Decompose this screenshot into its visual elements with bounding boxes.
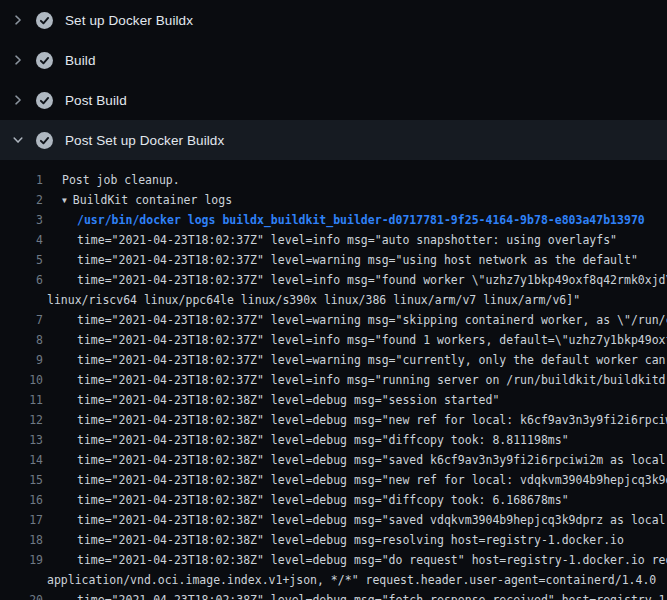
log-line: 6 time="2021-04-23T18:02:37Z" level=info… bbox=[0, 270, 667, 290]
log-line: application/vnd.oci.image.index.v1+json,… bbox=[0, 570, 667, 590]
log-line: 4 time="2021-04-23T18:02:37Z" level=info… bbox=[0, 230, 667, 250]
log-line-text: Post job cleanup. bbox=[62, 170, 180, 190]
log-line: 10 time="2021-04-23T18:02:37Z" level=inf… bbox=[0, 370, 667, 390]
log-group-toggle[interactable]: ▼BuildKit container logs bbox=[62, 190, 232, 210]
log-line: 15 time="2021-04-23T18:02:38Z" level=deb… bbox=[0, 470, 667, 490]
log-line-number[interactable]: 12 bbox=[0, 410, 43, 430]
log-line-text: time="2021-04-23T18:02:37Z" level=info m… bbox=[77, 230, 617, 250]
log-line-text: /usr/bin/docker logs buildx_buildkit_bui… bbox=[77, 210, 645, 230]
log-line-number[interactable]: 3 bbox=[0, 210, 43, 230]
log-line-text: time="2021-04-23T18:02:38Z" level=debug … bbox=[77, 390, 499, 410]
log-line-text: time="2021-04-23T18:02:38Z" level=debug … bbox=[77, 410, 667, 430]
log-line-number[interactable]: 14 bbox=[0, 450, 43, 470]
log-line-number[interactable]: 17 bbox=[0, 510, 43, 530]
log-line: 19 time="2021-04-23T18:02:38Z" level=deb… bbox=[0, 550, 667, 570]
log-line-number[interactable]: 19 bbox=[0, 550, 43, 570]
step-header[interactable]: Set up Docker Buildx bbox=[0, 0, 667, 40]
log-line-text: time="2021-04-23T18:02:37Z" level=info m… bbox=[77, 270, 667, 290]
check-circle-icon bbox=[36, 52, 53, 69]
log-line-number[interactable]: 6 bbox=[0, 270, 43, 290]
log-line-number[interactable]: 20 bbox=[0, 590, 43, 600]
log-line: 1 Post job cleanup. bbox=[0, 170, 667, 190]
log-viewer: 1 Post job cleanup. 2 ▼BuildKit containe… bbox=[0, 160, 667, 600]
log-line-number[interactable]: 11 bbox=[0, 390, 43, 410]
check-circle-icon bbox=[36, 12, 53, 29]
log-line: 9 time="2021-04-23T18:02:37Z" level=warn… bbox=[0, 350, 667, 370]
log-line: 18 time="2021-04-23T18:02:38Z" level=deb… bbox=[0, 530, 667, 550]
log-line: 8 time="2021-04-23T18:02:37Z" level=info… bbox=[0, 330, 667, 350]
log-line: 20 time="2021-04-23T18:02:38Z" level=deb… bbox=[0, 590, 667, 600]
log-line-number[interactable]: 18 bbox=[0, 530, 43, 550]
log-line: 16 time="2021-04-23T18:02:38Z" level=deb… bbox=[0, 490, 667, 510]
log-line-number[interactable]: 15 bbox=[0, 470, 43, 490]
check-circle-icon bbox=[36, 92, 53, 109]
log-line: 13 time="2021-04-23T18:02:38Z" level=deb… bbox=[0, 430, 667, 450]
log-line-text: time="2021-04-23T18:02:38Z" level=debug … bbox=[77, 450, 667, 470]
log-line-text: time="2021-04-23T18:02:37Z" level=warnin… bbox=[77, 250, 638, 270]
log-line-text: linux/riscv64 linux/ppc64le linux/s390x … bbox=[47, 290, 580, 310]
log-line-text: time="2021-04-23T18:02:38Z" level=debug … bbox=[77, 530, 624, 550]
step-header[interactable]: Post Build bbox=[0, 80, 667, 120]
log-line-number[interactable]: 5 bbox=[0, 250, 43, 270]
chevron-right-icon bbox=[10, 12, 26, 28]
log-line-text: time="2021-04-23T18:02:38Z" level=debug … bbox=[77, 430, 569, 450]
log-line: 14 time="2021-04-23T18:02:38Z" level=deb… bbox=[0, 450, 667, 470]
log-line: linux/riscv64 linux/ppc64le linux/s390x … bbox=[0, 290, 667, 310]
step-label: Set up Docker Buildx bbox=[65, 13, 193, 28]
log-line-text: time="2021-04-23T18:02:37Z" level=info m… bbox=[77, 370, 667, 390]
log-line-text: time="2021-04-23T18:02:38Z" level=debug … bbox=[77, 590, 667, 600]
log-line: 12 time="2021-04-23T18:02:38Z" level=deb… bbox=[0, 410, 667, 430]
log-line-number[interactable]: 9 bbox=[0, 350, 43, 370]
log-line-text: application/vnd.oci.image.index.v1+json,… bbox=[47, 570, 656, 590]
log-line-number[interactable]: 1 bbox=[0, 170, 43, 190]
step-header[interactable]: Build bbox=[0, 40, 667, 80]
log-line-text: time="2021-04-23T18:02:38Z" level=debug … bbox=[77, 510, 667, 530]
log-line-text: time="2021-04-23T18:02:37Z" level=warnin… bbox=[77, 310, 667, 330]
step-label: Post Set up Docker Buildx bbox=[65, 133, 224, 148]
log-line-number[interactable]: 10 bbox=[0, 370, 43, 390]
log-line-number[interactable]: 16 bbox=[0, 490, 43, 510]
log-line-number[interactable]: 13 bbox=[0, 430, 43, 450]
log-line-text: time="2021-04-23T18:02:37Z" level=info m… bbox=[77, 330, 667, 350]
log-line: 2 ▼BuildKit container logs bbox=[0, 190, 667, 210]
chevron-right-icon bbox=[10, 92, 26, 108]
chevron-right-icon bbox=[10, 52, 26, 68]
log-line: 17 time="2021-04-23T18:02:38Z" level=deb… bbox=[0, 510, 667, 530]
triangle-down-icon: ▼ bbox=[62, 191, 67, 211]
log-line-text: time="2021-04-23T18:02:38Z" level=debug … bbox=[77, 470, 667, 490]
log-line-number[interactable]: 4 bbox=[0, 230, 43, 250]
step-label: Build bbox=[65, 53, 96, 68]
log-line-number[interactable]: 8 bbox=[0, 330, 43, 350]
log-line-number bbox=[0, 570, 43, 590]
step-label: Post Build bbox=[65, 93, 127, 108]
log-line-number[interactable]: 7 bbox=[0, 310, 43, 330]
job-steps-list: Set up Docker Buildx Build Post Build Po… bbox=[0, 0, 667, 160]
log-line-text: time="2021-04-23T18:02:38Z" level=debug … bbox=[77, 490, 569, 510]
log-line: 5 time="2021-04-23T18:02:37Z" level=warn… bbox=[0, 250, 667, 270]
chevron-down-icon bbox=[10, 132, 26, 148]
log-line-number[interactable]: 2 bbox=[0, 190, 43, 210]
log-line-text: time="2021-04-23T18:02:38Z" level=debug … bbox=[77, 550, 667, 570]
log-line-number bbox=[0, 290, 43, 310]
log-line: 11 time="2021-04-23T18:02:38Z" level=deb… bbox=[0, 390, 667, 410]
step-header[interactable]: Post Set up Docker Buildx bbox=[0, 120, 667, 160]
log-line-text: time="2021-04-23T18:02:37Z" level=warnin… bbox=[77, 350, 667, 370]
log-line: 7 time="2021-04-23T18:02:37Z" level=warn… bbox=[0, 310, 667, 330]
check-circle-icon bbox=[36, 132, 53, 149]
log-line: 3 /usr/bin/docker logs buildx_buildkit_b… bbox=[0, 210, 667, 230]
